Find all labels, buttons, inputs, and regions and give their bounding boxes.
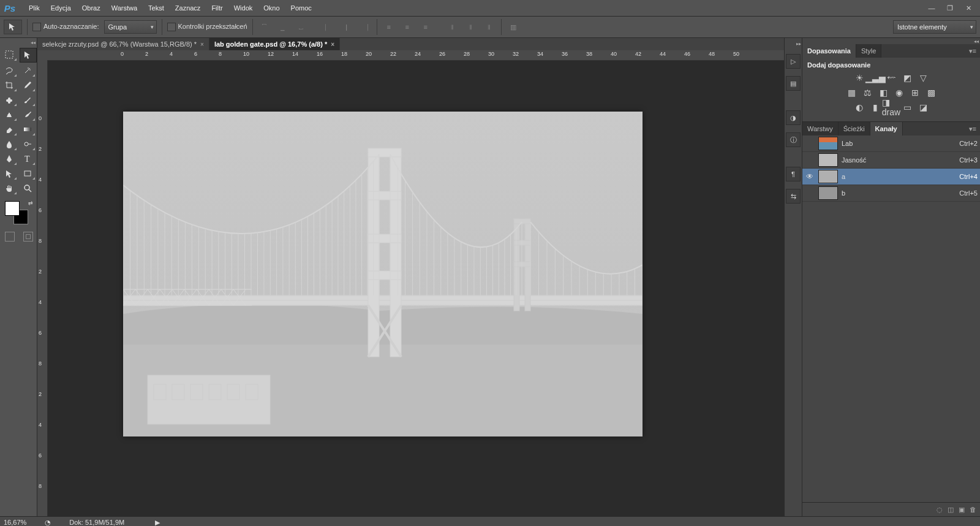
- close-tab-icon[interactable]: ×: [331, 41, 334, 48]
- menu-text[interactable]: Tekst: [143, 0, 170, 16]
- distribute-bottom-icon[interactable]: ≡: [419, 20, 432, 34]
- properties-panel-icon[interactable]: ◑: [786, 110, 801, 125]
- styles-tab[interactable]: Style: [856, 44, 881, 58]
- vertical-ruler[interactable]: 0246824682468: [37, 60, 48, 516]
- distribute-top-icon[interactable]: ≡: [382, 20, 396, 34]
- eyedropper-tool[interactable]: [20, 78, 36, 92]
- menu-image[interactable]: Obraz: [77, 0, 106, 16]
- transform-controls-checkbox[interactable]: Kontrolki przekształceń: [167, 23, 247, 31]
- foreground-color-swatch[interactable]: [5, 201, 20, 216]
- panel-menu-icon[interactable]: ▾≡: [965, 125, 980, 133]
- distribute-left-icon[interactable]: ⦀: [446, 20, 459, 34]
- align-bottom-icon[interactable]: ⎵: [295, 20, 308, 34]
- path-select-tool[interactable]: [1, 167, 17, 180]
- document-tab[interactable]: lab golden gate.psd @ 16,7% (a/8) *×: [209, 38, 340, 50]
- visibility-toggle[interactable]: [805, 155, 815, 165]
- canvas-image[interactable]: [123, 112, 643, 436]
- menu-select[interactable]: Zaznacz: [170, 0, 206, 16]
- hue-sat-icon[interactable]: ▦: [845, 87, 858, 98]
- auto-select-mode-dropdown[interactable]: Grupa: [104, 20, 157, 34]
- color-balance-icon[interactable]: ⚖: [861, 87, 873, 98]
- threshold-icon[interactable]: ◨ draw: [885, 102, 897, 113]
- distribute-hcenter-icon[interactable]: ⦀: [464, 20, 478, 34]
- menu-help[interactable]: Pomoc: [285, 0, 317, 16]
- delete-channel-icon[interactable]: 🗑: [970, 506, 976, 513]
- status-preview-icon[interactable]: ◔: [45, 519, 51, 527]
- distribute-right-icon[interactable]: ⦀: [483, 20, 496, 34]
- history-panel-icon[interactable]: ▷: [786, 54, 801, 69]
- brush-tool[interactable]: [20, 93, 36, 107]
- photo-filter-icon[interactable]: ◉: [893, 87, 905, 98]
- ruler-origin[interactable]: [37, 50, 48, 61]
- menu-filter[interactable]: Filtr: [206, 0, 228, 16]
- visibility-toggle[interactable]: 👁: [805, 172, 815, 181]
- swap-colors-icon[interactable]: ⇄: [28, 200, 33, 206]
- channel-mixer-icon[interactable]: ⊞: [909, 87, 921, 98]
- magic-wand-tool[interactable]: [20, 64, 36, 77]
- exposure-icon[interactable]: ◩: [901, 72, 913, 83]
- horizontal-ruler[interactable]: 0246810121416182022242628303234363840424…: [47, 50, 784, 61]
- menu-layer[interactable]: Warstwa: [106, 0, 143, 16]
- align-hcenter-icon[interactable]: |: [340, 20, 353, 34]
- marquee-tool[interactable]: [1, 48, 17, 61]
- blur-tool[interactable]: [1, 137, 17, 151]
- align-right-icon[interactable]: ⎹: [358, 20, 372, 34]
- brightness-contrast-icon[interactable]: ☀: [853, 72, 865, 83]
- type-tool[interactable]: T: [20, 152, 36, 166]
- layers-tab[interactable]: Warstwy: [802, 122, 839, 135]
- collapse-icon[interactable]: ◂◂: [974, 38, 979, 44]
- visibility-toggle[interactable]: [805, 188, 815, 198]
- panel-menu-icon[interactable]: ▾≡: [965, 47, 980, 55]
- lasso-tool[interactable]: [1, 64, 17, 77]
- menu-window[interactable]: Okno: [258, 0, 285, 16]
- black-white-icon[interactable]: ◧: [877, 87, 889, 98]
- posterize-icon[interactable]: ▮: [869, 102, 881, 113]
- standard-mode-icon[interactable]: [5, 232, 15, 242]
- invert-icon[interactable]: ◐: [853, 102, 865, 113]
- channel-row[interactable]: 👁 a Ctrl+4: [802, 169, 980, 185]
- maximize-button[interactable]: ❐: [941, 2, 959, 14]
- load-selection-icon[interactable]: ◌: [937, 506, 943, 514]
- curves-icon[interactable]: ⬳: [885, 72, 897, 83]
- eraser-tool[interactable]: [1, 123, 17, 136]
- adjustments-tab[interactable]: Dopasowania: [802, 44, 856, 58]
- healing-brush-tool[interactable]: [1, 93, 17, 107]
- info-panel-icon[interactable]: ⓘ: [786, 132, 801, 147]
- channel-row[interactable]: Lab Ctrl+2: [802, 135, 980, 152]
- collapse-icon[interactable]: ◂◂: [31, 39, 36, 45]
- menu-edit[interactable]: Edycja: [45, 0, 77, 16]
- paragraph-panel-icon[interactable]: ⇆: [786, 189, 801, 204]
- doc-size[interactable]: Dok: 51,9M/51,9M: [69, 519, 124, 526]
- align-top-icon[interactable]: ⎴: [258, 20, 271, 34]
- menu-file[interactable]: Plik: [23, 0, 45, 16]
- active-tool-indicator[interactable]: [4, 20, 22, 34]
- document-tab[interactable]: selekcje zrzuty.psd @ 66,7% (Warstwa 15,…: [37, 38, 209, 50]
- quick-mask-mode-icon[interactable]: [23, 232, 33, 242]
- canvas-viewport[interactable]: 0246810121416182022242628303234363840424…: [37, 50, 784, 516]
- close-button[interactable]: ✕: [959, 2, 978, 14]
- zoom-level[interactable]: 16,67%: [4, 519, 26, 526]
- visibility-toggle[interactable]: [805, 139, 815, 148]
- menu-view[interactable]: Widok: [228, 0, 258, 16]
- minimize-button[interactable]: —: [922, 2, 941, 14]
- status-menu-icon[interactable]: ▶: [155, 519, 160, 527]
- pen-tool[interactable]: [1, 152, 17, 166]
- selective-color-icon[interactable]: ◪: [917, 102, 929, 113]
- dodge-tool[interactable]: [20, 137, 36, 151]
- close-tab-icon[interactable]: ×: [200, 41, 204, 48]
- align-vcenter-icon[interactable]: ⎯: [276, 20, 290, 34]
- hand-tool[interactable]: [1, 181, 17, 195]
- gradient-tool[interactable]: [20, 123, 36, 136]
- vibrance-icon[interactable]: ▽: [917, 72, 929, 83]
- channel-row[interactable]: Jasność Ctrl+3: [802, 152, 980, 169]
- gradient-map-icon[interactable]: ▭: [901, 102, 913, 113]
- expand-icon[interactable]: ▸▸: [796, 40, 801, 47]
- rectangle-tool[interactable]: [20, 167, 36, 180]
- move-tool[interactable]: [20, 48, 37, 63]
- auto-align-icon[interactable]: ▥: [507, 20, 520, 34]
- paths-tab[interactable]: Ścieżki: [839, 122, 870, 135]
- new-channel-icon[interactable]: ▣: [959, 506, 965, 514]
- save-selection-icon[interactable]: ◫: [948, 506, 954, 514]
- workspace-dropdown[interactable]: Istotne elementy: [893, 20, 976, 34]
- clone-stamp-tool[interactable]: [1, 108, 17, 121]
